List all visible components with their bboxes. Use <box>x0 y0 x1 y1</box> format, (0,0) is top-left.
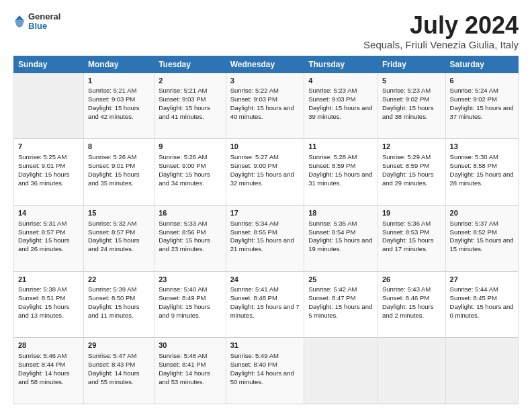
calendar-cell: 30Sunrise: 5:48 AMSunset: 8:41 PMDayligh… <box>154 338 226 404</box>
cell-info: Sunset: 8:49 PM <box>159 294 221 303</box>
day-number: 26 <box>382 275 441 285</box>
cell-info: Sunrise: 5:38 AM <box>18 285 79 294</box>
svg-marker-1 <box>15 19 24 28</box>
calendar-cell: 4Sunrise: 5:23 AMSunset: 9:03 PMDaylight… <box>304 73 378 139</box>
day-header: Friday <box>378 56 445 73</box>
calendar-week-row: 1Sunrise: 5:21 AMSunset: 9:03 PMDaylight… <box>14 73 519 139</box>
cell-info: Sunrise: 5:44 AM <box>450 285 514 294</box>
cell-info: Sunset: 8:46 PM <box>382 294 441 303</box>
calendar-cell: 20Sunrise: 5:37 AMSunset: 8:52 PMDayligh… <box>445 205 518 271</box>
day-number: 12 <box>382 142 441 152</box>
title-block: July 2024 Sequals, Friuli Venezia Giulia… <box>363 12 519 50</box>
day-header: Monday <box>84 56 154 73</box>
cell-info: Sunset: 8:51 PM <box>18 294 79 303</box>
calendar-cell: 17Sunrise: 5:34 AMSunset: 8:55 PMDayligh… <box>226 205 304 271</box>
cell-info: Sunrise: 5:33 AM <box>159 220 221 228</box>
cell-info: Daylight: 15 hours and 24 minutes. <box>88 236 150 254</box>
calendar-cell: 28Sunrise: 5:46 AMSunset: 8:44 PMDayligh… <box>14 338 84 404</box>
calendar-cell: 2Sunrise: 5:21 AMSunset: 9:03 PMDaylight… <box>154 73 226 139</box>
day-number: 1 <box>88 76 150 86</box>
cell-info: Daylight: 15 hours and 0 minutes. <box>450 303 514 320</box>
day-header: Wednesday <box>226 56 304 73</box>
cell-info: Sunset: 8:55 PM <box>230 228 300 237</box>
cell-info: Daylight: 15 hours and 28 minutes. <box>450 171 514 188</box>
cell-info: Daylight: 14 hours and 55 minutes. <box>88 369 150 387</box>
cell-info: Sunrise: 5:41 AM <box>230 285 300 294</box>
calendar-cell: 9Sunrise: 5:26 AMSunset: 9:00 PMDaylight… <box>154 139 226 205</box>
day-number: 8 <box>88 142 150 152</box>
cell-info: Daylight: 15 hours and 40 minutes. <box>230 104 300 122</box>
day-number: 18 <box>308 208 373 218</box>
cell-info: Sunrise: 5:48 AM <box>159 352 221 361</box>
cell-info: Daylight: 15 hours and 13 minutes. <box>18 303 79 320</box>
day-number: 31 <box>230 340 300 351</box>
day-number: 13 <box>450 142 514 152</box>
cell-info: Sunset: 9:02 PM <box>450 95 514 104</box>
cell-info: Sunset: 9:03 PM <box>88 95 150 104</box>
cell-info: Sunrise: 5:23 AM <box>382 87 441 95</box>
day-number: 28 <box>18 340 79 351</box>
cell-info: Sunset: 9:01 PM <box>18 162 79 171</box>
cell-info: Daylight: 15 hours and 41 minutes. <box>159 104 221 122</box>
cell-info: Sunset: 8:59 PM <box>382 162 441 171</box>
day-number: 7 <box>18 142 79 152</box>
cell-info: Sunrise: 5:21 AM <box>159 87 221 95</box>
cell-info: Sunset: 8:56 PM <box>159 228 221 237</box>
day-number: 21 <box>18 275 79 285</box>
cell-info: Sunset: 9:02 PM <box>382 95 441 104</box>
cell-info: Sunset: 8:52 PM <box>450 228 514 237</box>
calendar-cell: 14Sunrise: 5:31 AMSunset: 8:57 PMDayligh… <box>14 205 84 271</box>
calendar-cell: 21Sunrise: 5:38 AMSunset: 8:51 PMDayligh… <box>14 271 84 338</box>
calendar-cell: 18Sunrise: 5:35 AMSunset: 8:54 PMDayligh… <box>304 205 378 271</box>
day-number: 5 <box>382 76 441 86</box>
cell-info: Sunrise: 5:49 AM <box>230 352 300 361</box>
cell-info: Sunrise: 5:43 AM <box>382 285 441 294</box>
calendar-table: SundayMondayTuesdayWednesdayThursdayFrid… <box>13 56 519 404</box>
logo-general: General <box>28 12 60 21</box>
calendar-cell <box>378 338 445 404</box>
cell-info: Sunrise: 5:47 AM <box>88 352 150 361</box>
day-number: 15 <box>88 208 150 218</box>
calendar-cell: 1Sunrise: 5:21 AMSunset: 9:03 PMDaylight… <box>84 73 154 139</box>
day-number: 11 <box>308 142 373 152</box>
cell-info: Sunrise: 5:29 AM <box>382 153 441 162</box>
cell-info: Daylight: 15 hours and 26 minutes. <box>18 236 79 254</box>
cell-info: Sunrise: 5:42 AM <box>308 285 373 294</box>
cell-info: Daylight: 15 hours and 11 minutes. <box>88 303 150 320</box>
cell-info: Sunset: 8:44 PM <box>18 361 79 369</box>
cell-info: Sunset: 9:03 PM <box>230 95 300 104</box>
calendar-week-row: 21Sunrise: 5:38 AMSunset: 8:51 PMDayligh… <box>14 271 519 338</box>
calendar-cell: 25Sunrise: 5:42 AMSunset: 8:47 PMDayligh… <box>304 271 378 338</box>
cell-info: Sunset: 8:40 PM <box>230 361 300 369</box>
logo: General Blue <box>13 12 60 32</box>
calendar-cell: 3Sunrise: 5:22 AMSunset: 9:03 PMDaylight… <box>226 73 304 139</box>
calendar-cell: 27Sunrise: 5:44 AMSunset: 8:45 PMDayligh… <box>445 271 518 338</box>
cell-info: Sunrise: 5:28 AM <box>308 153 373 162</box>
calendar-cell: 7Sunrise: 5:25 AMSunset: 9:01 PMDaylight… <box>14 139 84 205</box>
subtitle: Sequals, Friuli Venezia Giulia, Italy <box>363 39 519 50</box>
calendar-cell: 11Sunrise: 5:28 AMSunset: 8:59 PMDayligh… <box>304 139 378 205</box>
cell-info: Sunrise: 5:26 AM <box>88 153 150 162</box>
calendar-cell: 22Sunrise: 5:39 AMSunset: 8:50 PMDayligh… <box>84 271 154 338</box>
cell-info: Daylight: 15 hours and 37 minutes. <box>450 104 514 122</box>
header-row: SundayMondayTuesdayWednesdayThursdayFrid… <box>14 56 519 73</box>
calendar-cell <box>445 338 518 404</box>
cell-info: Sunset: 9:00 PM <box>230 162 300 171</box>
calendar-cell: 16Sunrise: 5:33 AMSunset: 8:56 PMDayligh… <box>154 205 226 271</box>
day-number: 10 <box>230 142 300 152</box>
day-number: 4 <box>308 76 373 86</box>
cell-info: Sunrise: 5:36 AM <box>382 220 441 228</box>
cell-info: Sunset: 8:43 PM <box>88 361 150 369</box>
cell-info: Daylight: 15 hours and 31 minutes. <box>308 171 373 188</box>
day-number: 20 <box>450 208 514 218</box>
cell-info: Sunrise: 5:30 AM <box>450 153 514 162</box>
calendar-page: General Blue July 2024 Sequals, Friuli V… <box>0 0 532 411</box>
cell-info: Sunset: 8:54 PM <box>308 228 373 237</box>
cell-info: Sunrise: 5:39 AM <box>88 285 150 294</box>
cell-info: Daylight: 15 hours and 9 minutes. <box>159 303 221 320</box>
calendar-cell: 15Sunrise: 5:32 AMSunset: 8:57 PMDayligh… <box>84 205 154 271</box>
cell-info: Daylight: 15 hours and 5 minutes. <box>308 303 373 320</box>
cell-info: Sunrise: 5:21 AM <box>88 87 150 95</box>
cell-info: Sunset: 8:47 PM <box>308 294 373 303</box>
calendar-cell <box>14 73 84 139</box>
